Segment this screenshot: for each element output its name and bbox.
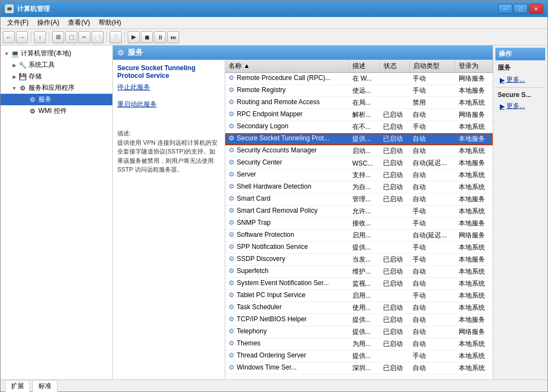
service-name-cell: System Event Notification Ser... xyxy=(237,279,329,287)
col-name[interactable]: 名称 ▲ xyxy=(225,60,349,73)
service-startup-cell: 手动 xyxy=(409,73,455,85)
tab-expand[interactable]: 扩展 xyxy=(5,380,30,392)
service-logon-cell: 本地系统 xyxy=(455,145,493,157)
tree-toggle-system[interactable]: ▶ xyxy=(10,61,18,69)
service-name-cell: Security Center xyxy=(237,158,282,166)
tree-toggle-storage[interactable]: ▶ xyxy=(10,73,18,81)
tree-toggle-root[interactable]: ▼ xyxy=(3,50,10,58)
menu-view[interactable]: 查看(V) xyxy=(64,17,94,29)
table-row[interactable]: ⚙TCP/IP NetBIOS Helper提供...已启动自动本地服务 xyxy=(225,314,493,326)
tree-services[interactable]: ⚙ 服务 xyxy=(1,94,112,105)
tree-services-label: 服务 xyxy=(38,95,52,104)
stop-button[interactable]: ⏹ xyxy=(141,31,153,43)
tab-standard[interactable]: 标准 xyxy=(32,380,58,392)
actions-divider-1 xyxy=(495,87,545,88)
actions-panel: 操作 服务 ▶ 更多... Secure S... ▶ 更多... xyxy=(493,46,547,379)
tree-wmi-label: WMI 控件 xyxy=(38,106,67,116)
service-desc-cell: 在不... xyxy=(349,121,380,133)
tree-services-apps[interactable]: ▼ ⚙ 服务和应用程序 xyxy=(1,82,112,94)
copy-button[interactable]: 📋 xyxy=(65,31,77,43)
table-row[interactable]: ⚙Server支持...已启动自动本地系统 xyxy=(225,169,493,181)
col-logon[interactable]: 登录为 xyxy=(455,60,493,73)
tree-toggle-services-apps[interactable]: ▼ xyxy=(10,84,18,92)
menu-help[interactable]: 帮助(H) xyxy=(94,17,125,29)
service-desc-cell: 维护... xyxy=(349,266,380,278)
stop-service-link[interactable]: 停止此服务 xyxy=(117,83,220,92)
maximize-button[interactable]: □ xyxy=(513,4,528,14)
service-startup-cell: 手动 xyxy=(409,254,455,266)
service-logon-cell: 本地系统 xyxy=(455,266,493,278)
show-hide-button[interactable]: ⊞ xyxy=(52,31,64,43)
more-arrow-2: ▶ xyxy=(500,103,505,110)
skip-button[interactable]: ⏭ xyxy=(167,31,179,43)
close-button[interactable]: ✕ xyxy=(529,4,543,14)
table-row[interactable]: ⚙Smart Card Removal Policy允许...手动本地系统 xyxy=(225,206,493,218)
col-startup[interactable]: 启动类型 xyxy=(409,60,455,73)
help-button[interactable]: ❔ xyxy=(110,31,122,43)
service-startup-cell: 自动 xyxy=(409,266,455,278)
paste-button[interactable]: 📄 xyxy=(92,31,104,43)
service-row-icon: ⚙ xyxy=(229,98,235,106)
service-row-icon: ⚙ xyxy=(229,195,235,202)
service-desc-cell: WSC... xyxy=(349,157,380,169)
table-row[interactable]: ⚙Shell Hardware Detection为自...已启动自动本地系统 xyxy=(225,181,493,194)
table-row[interactable]: ⚙Task Scheduler使用...已启动自动本地系统 xyxy=(225,302,493,314)
col-desc[interactable]: 描述 xyxy=(349,60,380,73)
service-logon-cell: 本地服务 xyxy=(455,85,493,97)
table-row[interactable]: ⚙Windows Time Ser...深圳...已启动自动本地系统 xyxy=(225,362,493,374)
table-row[interactable]: ⚙SPP Notification Service提供...手动本地系统 xyxy=(225,242,493,254)
service-status-cell: 已启动 xyxy=(380,133,409,145)
cut-button[interactable]: ✂ xyxy=(78,31,90,43)
back-button[interactable]: ← xyxy=(3,31,15,43)
actions-header: 操作 xyxy=(495,48,545,60)
table-row[interactable]: ⚙Superfetch维护...已启动自动本地系统 xyxy=(225,266,493,278)
table-row[interactable]: ⚙Software Protection启用...自动(延迟...网络服务 xyxy=(225,230,493,242)
col-status[interactable]: 状态 xyxy=(380,60,409,73)
play-button[interactable]: ▶ xyxy=(128,31,140,43)
service-row-icon: ⚙ xyxy=(229,243,235,251)
actions-more-2[interactable]: ▶ 更多... xyxy=(495,100,545,112)
tree-wmi[interactable]: ⚙ WMI 控件 xyxy=(1,105,112,117)
service-status-cell: 已启动 xyxy=(380,194,409,206)
table-row[interactable]: ⚙Smart Card管理...已启动自动本地服务 xyxy=(225,194,493,206)
up-button[interactable]: ↑ xyxy=(34,31,46,43)
actions-more-1[interactable]: ▶ 更多... xyxy=(495,74,545,86)
table-row[interactable]: ⚙Security Accounts Manager启动...已启动自动本地系统 xyxy=(225,145,493,157)
table-row[interactable]: ⚙RPC Endpoint Mapper解析...已启动自动网络服务 xyxy=(225,109,493,121)
service-name-cell: SPP Notification Service xyxy=(237,243,308,251)
table-row[interactable]: ⚙SNMP Trap接收...手动本地服务 xyxy=(225,218,493,230)
table-row[interactable]: ⚙Secure Socket Tunneling Prot...提供...已启动… xyxy=(225,133,493,145)
service-logon-cell: 本地系统 xyxy=(455,121,493,133)
table-row[interactable]: ⚙Remote Procedure Call (RPC)...在 W...手动网… xyxy=(225,73,493,85)
tree-system-tools[interactable]: ▶ 🔧 系统工具 xyxy=(1,59,112,71)
pause-button[interactable]: ⏸ xyxy=(154,31,166,43)
forward-button[interactable]: → xyxy=(16,31,28,43)
table-row[interactable]: ⚙SSDP Discovery当发...已启动手动本地服务 xyxy=(225,254,493,266)
service-name-cell: TCP/IP NetBIOS Helper xyxy=(237,315,307,323)
service-status-cell xyxy=(380,230,409,242)
selected-service-name: Secure Socket Tunneling Protocol Service xyxy=(117,64,220,79)
service-row-icon: ⚙ xyxy=(229,267,235,275)
table-row[interactable]: ⚙Tablet PC Input Service启用...手动本地系统 xyxy=(225,290,493,302)
service-row-icon: ⚙ xyxy=(229,122,235,130)
service-status-cell xyxy=(380,206,409,218)
table-row[interactable]: ⚙Secondary Logon在不...已启动手动本地系统 xyxy=(225,121,493,133)
table-row[interactable]: ⚙Thread Ordering Server提供...手动本地系统 xyxy=(225,350,493,362)
minimize-button[interactable]: ─ xyxy=(498,4,512,14)
table-row[interactable]: ⚙Themes为用...已启动自动本地系统 xyxy=(225,338,493,350)
service-desc-cell: 支持... xyxy=(349,169,380,181)
tree-root[interactable]: ▼ 💻 计算机管理(本地) xyxy=(1,48,112,59)
menu-file[interactable]: 文件(F) xyxy=(3,17,33,29)
restart-service-link[interactable]: 重启动此服务 xyxy=(117,100,220,109)
actions-section-secure: Secure S... xyxy=(495,89,545,100)
menu-action[interactable]: 操作(A) xyxy=(33,17,64,29)
table-row[interactable]: ⚙Telephony提供...已启动自动网络服务 xyxy=(225,326,493,338)
tree-storage[interactable]: ▶ 💾 存储 xyxy=(1,71,112,82)
table-row[interactable]: ⚙Remote Registry使远...手动本地服务 xyxy=(225,85,493,97)
table-row[interactable]: ⚙System Event Notification Ser...监视...已启… xyxy=(225,278,493,290)
service-startup-cell: 自动 xyxy=(409,194,455,206)
table-row[interactable]: ⚙Security CenterWSC...已启动自动(延迟...本地服务 xyxy=(225,157,493,169)
service-name-cell: RPC Endpoint Mapper xyxy=(237,110,302,118)
table-row[interactable]: ⚙Routing and Remote Access在局...禁用本地系统 xyxy=(225,97,493,109)
services-header-bar: ⚙ 服务 xyxy=(113,46,493,60)
